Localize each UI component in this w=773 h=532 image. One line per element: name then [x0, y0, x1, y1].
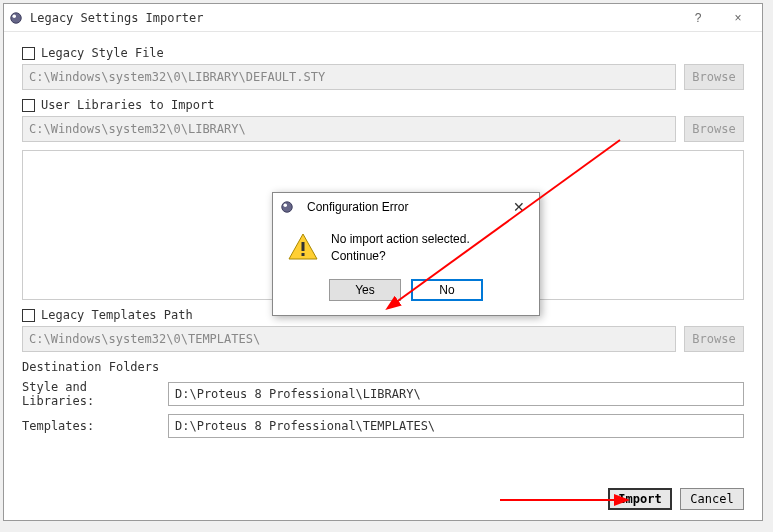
legacy-templates-path: C:\Windows\system32\0\TEMPLATES\ [22, 326, 676, 352]
destination-header: Destination Folders [22, 360, 744, 374]
user-libs-checkbox[interactable] [22, 99, 35, 112]
legacy-templates-browse: Browse [684, 326, 744, 352]
error-line1: No import action selected. [331, 231, 470, 248]
legacy-templates-label: Legacy Templates Path [41, 308, 193, 322]
templates-input[interactable] [168, 414, 744, 438]
error-titlebar: Configuration Error ✕ [273, 193, 539, 221]
destination-group: Destination Folders Style and Libraries:… [22, 360, 744, 438]
legacy-style-checkbox[interactable] [22, 47, 35, 60]
cancel-button[interactable]: Cancel [680, 488, 744, 510]
error-app-icon [279, 199, 295, 215]
yes-button[interactable]: Yes [329, 279, 401, 301]
legacy-style-label: Legacy Style File [41, 46, 164, 60]
warning-icon [287, 231, 319, 263]
user-libs-label: User Libraries to Import [41, 98, 214, 112]
svg-point-2 [282, 202, 293, 213]
titlebar: Legacy Settings Importer ? × [4, 4, 762, 32]
dialog-buttons: Import Cancel [608, 488, 744, 510]
error-buttons: Yes No [273, 271, 539, 315]
app-icon [8, 10, 24, 26]
window-title: Legacy Settings Importer [30, 11, 678, 25]
import-button[interactable]: Import [608, 488, 672, 510]
user-libs-path: C:\Windows\system32\0\LIBRARY\ [22, 116, 676, 142]
svg-point-0 [11, 12, 22, 23]
user-libs-header: User Libraries to Import [22, 98, 744, 112]
style-libs-label: Style and Libraries: [22, 380, 162, 408]
svg-rect-5 [302, 242, 305, 251]
error-close-button[interactable]: ✕ [505, 195, 533, 219]
error-line2: Continue? [331, 248, 470, 265]
svg-rect-6 [302, 253, 305, 256]
templates-label: Templates: [22, 419, 162, 433]
svg-point-1 [13, 14, 17, 18]
error-body: No import action selected. Continue? [273, 221, 539, 271]
error-title: Configuration Error [307, 200, 505, 214]
legacy-style-header: Legacy Style File [22, 46, 744, 60]
close-button[interactable]: × [718, 4, 758, 32]
legacy-templates-checkbox[interactable] [22, 309, 35, 322]
error-dialog: Configuration Error ✕ No import action s… [272, 192, 540, 316]
svg-point-3 [284, 204, 288, 208]
legacy-style-browse: Browse [684, 64, 744, 90]
legacy-style-path: C:\Windows\system32\0\LIBRARY\DEFAULT.ST… [22, 64, 676, 90]
help-button[interactable]: ? [678, 4, 718, 32]
user-libs-browse: Browse [684, 116, 744, 142]
no-button[interactable]: No [411, 279, 483, 301]
style-libs-input[interactable] [168, 382, 744, 406]
error-text: No import action selected. Continue? [331, 231, 470, 265]
